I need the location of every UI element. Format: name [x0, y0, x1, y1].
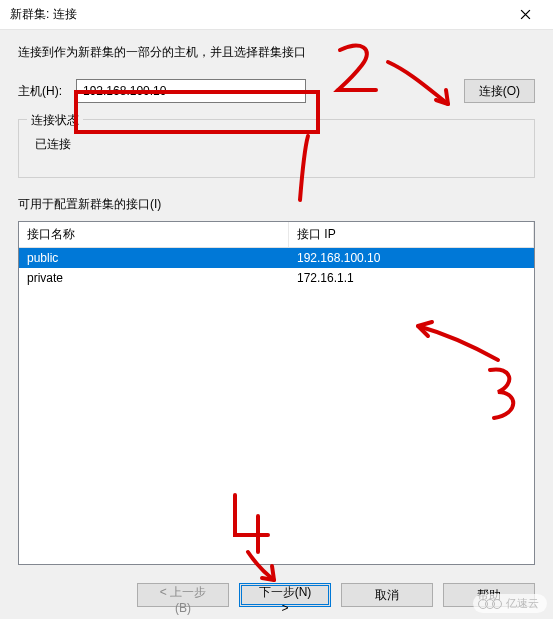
row-name: private — [19, 268, 289, 288]
window-title: 新群集: 连接 — [10, 6, 505, 23]
connection-status-title: 连接状态 — [27, 112, 83, 129]
host-row: 主机(H): 连接(O) — [18, 79, 535, 103]
table-row[interactable]: public 192.168.100.10 — [19, 248, 534, 268]
dialog-content: 连接到作为新群集的一部分的主机，并且选择群集接口 主机(H): 连接(O) 连接… — [0, 30, 553, 619]
back-button: < 上一步(B) — [137, 583, 229, 607]
table-row[interactable]: private 172.16.1.1 — [19, 268, 534, 288]
connect-button[interactable]: 连接(O) — [464, 79, 535, 103]
close-button[interactable] — [505, 1, 545, 29]
row-ip: 192.168.100.10 — [289, 248, 534, 268]
connection-status-group: 连接状态 已连接 — [18, 119, 535, 178]
listview-body: public 192.168.100.10 private 172.16.1.1 — [19, 248, 534, 564]
wizard-buttons: < 上一步(B) 下一步(N) > 取消 帮助 — [18, 565, 535, 607]
row-ip: 172.16.1.1 — [289, 268, 534, 288]
close-icon — [520, 9, 531, 20]
interfaces-listview[interactable]: 接口名称 接口 IP public 192.168.100.10 private… — [18, 221, 535, 565]
host-input[interactable] — [76, 79, 306, 103]
listview-header: 接口名称 接口 IP — [19, 222, 534, 248]
column-header-name[interactable]: 接口名称 — [19, 222, 289, 247]
cancel-button[interactable]: 取消 — [341, 583, 433, 607]
instruction-text: 连接到作为新群集的一部分的主机，并且选择群集接口 — [18, 44, 535, 61]
interfaces-label: 可用于配置新群集的接口(I) — [18, 196, 535, 213]
column-header-ip[interactable]: 接口 IP — [289, 222, 534, 247]
title-bar: 新群集: 连接 — [0, 0, 553, 30]
next-button[interactable]: 下一步(N) > — [239, 583, 331, 607]
help-button[interactable]: 帮助 — [443, 583, 535, 607]
connection-status-text: 已连接 — [31, 136, 522, 153]
host-label: 主机(H): — [18, 83, 68, 100]
row-name: public — [19, 248, 289, 268]
